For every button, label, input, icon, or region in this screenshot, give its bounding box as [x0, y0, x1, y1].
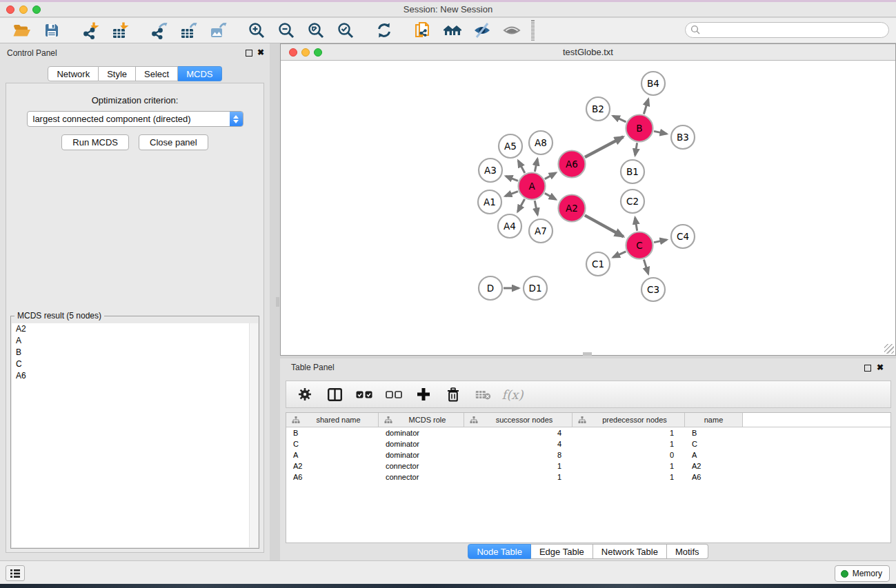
graph-node-A1[interactable]: A1: [478, 190, 501, 214]
table-close-panel-icon[interactable]: ✖: [877, 362, 884, 373]
network-minimize-icon[interactable]: [301, 48, 310, 57]
tab-motifs[interactable]: Motifs: [667, 544, 708, 559]
mcds-result-item[interactable]: A2: [12, 323, 258, 335]
graph-node-A4[interactable]: A4: [498, 214, 521, 238]
export-network-button[interactable]: [147, 20, 170, 41]
graph-edge-A-A6[interactable]: [545, 173, 556, 179]
hide-selected-button[interactable]: [470, 20, 494, 41]
graph-node-D[interactable]: D: [479, 276, 502, 300]
graph-node-C[interactable]: C: [626, 232, 653, 259]
resize-grip[interactable]: [884, 344, 894, 354]
graph-node-A8[interactable]: A8: [529, 131, 552, 154]
graph-edge-A-A8[interactable]: [535, 159, 537, 172]
delete-column-button[interactable]: [445, 386, 461, 403]
graph-edge-B-B3[interactable]: [654, 131, 666, 134]
table-row[interactable]: Adominator80A: [286, 449, 890, 460]
graph-edge-A2-C[interactable]: [585, 215, 624, 236]
column-header-successor-nodes[interactable]: successor nodes: [464, 413, 573, 427]
optimization-criterion-select[interactable]: largest connected component (directed): [27, 111, 243, 127]
graph-node-A[interactable]: A: [519, 173, 546, 200]
graph-node-A6[interactable]: A6: [559, 151, 586, 178]
column-header-name[interactable]: name: [685, 413, 743, 427]
search-input[interactable]: [685, 22, 889, 38]
graph-edge-A-A3[interactable]: [506, 176, 518, 181]
table-row[interactable]: Bdominator41B: [286, 427, 890, 438]
import-table-button[interactable]: [108, 20, 132, 41]
tab-select[interactable]: Select: [136, 66, 178, 81]
first-neighbors-button[interactable]: [441, 20, 464, 41]
graph-node-C4[interactable]: C4: [671, 225, 695, 248]
column-header-predecessor-nodes[interactable]: predecessor nodes: [573, 413, 685, 427]
table-row[interactable]: A2connector11A2: [286, 460, 890, 472]
zoom-out-button[interactable]: [275, 20, 298, 41]
graph-edge-C-C4[interactable]: [654, 240, 666, 243]
zoom-selected-button[interactable]: [334, 20, 357, 41]
graph-node-C2[interactable]: C2: [621, 190, 644, 213]
run-mcds-button[interactable]: Run MCDS: [61, 134, 129, 150]
table-float-panel-icon[interactable]: [864, 365, 871, 372]
scrollbar-stub[interactable]: [583, 352, 592, 356]
tab-node-table[interactable]: Node Table: [468, 544, 531, 559]
graph-edge-A-A5[interactable]: [518, 161, 525, 173]
show-columns-button[interactable]: [326, 386, 343, 403]
close-panel-icon[interactable]: ✖: [257, 47, 264, 58]
graph-edge-A-A1[interactable]: [505, 192, 517, 196]
memory-button[interactable]: Memory: [835, 565, 890, 582]
network-zoom-icon[interactable]: [314, 48, 322, 57]
tab-mcds[interactable]: MCDS: [178, 66, 221, 81]
mcds-result-item[interactable]: C: [12, 358, 258, 370]
select-all-button[interactable]: [356, 386, 372, 403]
tab-edge-table[interactable]: Edge Table: [531, 544, 593, 559]
save-session-button[interactable]: [40, 20, 63, 41]
network-canvas[interactable]: AA1A2A3A4A5A6A7A8BB1B2B3B4CC1C2C3C4DD1: [281, 61, 895, 355]
close-panel-button[interactable]: Close panel: [139, 134, 208, 150]
close-window-icon[interactable]: [6, 6, 14, 14]
table-mode-button[interactable]: [297, 386, 313, 403]
graph-edge-A-A4[interactable]: [518, 199, 525, 212]
graph-edge-C-C3[interactable]: [644, 260, 648, 274]
table-row[interactable]: Cdominator41C: [286, 438, 890, 449]
graph-node-A2[interactable]: A2: [559, 195, 586, 222]
mcds-result-item[interactable]: A6: [12, 370, 258, 382]
table-row[interactable]: A6connector11A6: [286, 472, 890, 483]
graph-node-D1[interactable]: D1: [524, 276, 547, 300]
graph-node-B3[interactable]: B3: [671, 125, 695, 149]
export-table-button[interactable]: [177, 20, 200, 41]
minimize-window-icon[interactable]: [19, 6, 28, 14]
graph-edge-A-A7[interactable]: [535, 201, 537, 214]
tab-style[interactable]: Style: [99, 66, 136, 81]
zoom-in-button[interactable]: [245, 20, 268, 41]
show-all-button[interactable]: [500, 20, 524, 41]
mcds-result-item[interactable]: B: [12, 347, 258, 358]
graph-node-A3[interactable]: A3: [479, 159, 502, 182]
mcds-result-item[interactable]: A: [12, 335, 258, 347]
task-history-button[interactable]: [6, 565, 25, 581]
tab-network[interactable]: Network: [48, 66, 99, 81]
main-titlebar[interactable]: Session: New Session: [0, 2, 896, 17]
graph-edge-A6-B[interactable]: [585, 136, 624, 157]
graph-edge-C-C2[interactable]: [635, 218, 637, 231]
graph-edge-B-B1[interactable]: [635, 143, 637, 155]
graph-edge-B-B2[interactable]: [613, 116, 626, 122]
network-window-titlebar[interactable]: testGlobe.txt: [281, 44, 895, 61]
zoom-window-icon[interactable]: [32, 6, 41, 14]
zoom-fit-button[interactable]: [304, 20, 328, 41]
graph-node-B2[interactable]: B2: [586, 97, 610, 121]
graph-node-C3[interactable]: C3: [641, 278, 665, 301]
column-header-shared-name[interactable]: shared name: [286, 413, 379, 427]
add-column-button[interactable]: [415, 386, 432, 403]
open-file-button[interactable]: [10, 20, 34, 41]
result-list-scrollbar[interactable]: [249, 323, 258, 547]
graph-node-A5[interactable]: A5: [499, 134, 522, 158]
graph-node-A7[interactable]: A7: [529, 219, 552, 243]
deselect-all-button[interactable]: [386, 386, 402, 403]
column-header-MCDS-role[interactable]: MCDS role: [379, 413, 464, 427]
graph-edge-B-B4[interactable]: [644, 99, 648, 114]
tab-network-table[interactable]: Network Table: [593, 544, 667, 559]
mcds-result-list[interactable]: A2ABCA6: [12, 323, 258, 547]
scrollbar-stub[interactable]: [276, 297, 279, 307]
float-panel-icon[interactable]: [246, 50, 252, 57]
export-image-button[interactable]: [206, 20, 230, 41]
apply-layout-button[interactable]: [372, 20, 396, 41]
graph-node-B4[interactable]: B4: [641, 72, 665, 95]
